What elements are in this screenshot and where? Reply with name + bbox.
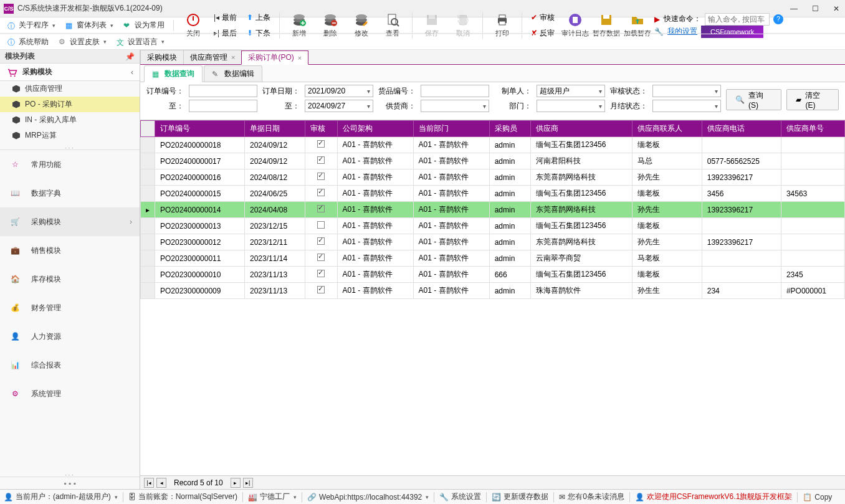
nav-icon: 👤 — [7, 329, 22, 344]
nav-item-6[interactable]: 👤人力资源 — [0, 322, 140, 351]
menu-setlang[interactable]: 文设置语言 — [113, 36, 168, 49]
subtab-query[interactable]: ▦数据查询 — [144, 65, 203, 82]
status-syssetting[interactable]: 🔧 系统设置 — [439, 492, 481, 502]
tb-prev[interactable]: ⬆上条 — [243, 11, 274, 24]
module-title[interactable]: 采购模块 ‹ — [0, 64, 140, 81]
btn-clear[interactable]: ▰清空(E) — [786, 89, 839, 110]
nav-item-3[interactable]: 💼销售模块 — [0, 236, 140, 265]
table-row[interactable]: PO2023000000132023/12/15A01 - 喜鹊软件A01 - … — [141, 218, 845, 234]
menu-formlist[interactable]: ▦窗体列表 — [62, 19, 117, 32]
data-grid[interactable]: 订单编号单据日期审核公司架构当前部门采购员供应商供应商联系人供应商电话供应商单号… — [140, 120, 845, 475]
inp-orderno[interactable] — [189, 85, 257, 97]
lbl-goodsno: 货品编号： — [378, 86, 416, 97]
menu-setskin[interactable]: ⚙设置皮肤 — [55, 36, 110, 49]
svg-rect-18 — [499, 15, 505, 18]
menu-about[interactable]: ⓘ关于程序 — [4, 19, 59, 32]
tree-item-1[interactable]: PO - 采购订单 — [0, 97, 140, 112]
main-area: 采购模块供应商管理×采购订单(PO)× ▦数据查询 ✎数据编辑 订单编号： 订单… — [140, 50, 845, 489]
menu-syshelp[interactable]: ⓘ系统帮助 — [4, 36, 52, 49]
app-logo: C/S — [4, 4, 14, 14]
cube-icon — [12, 132, 20, 140]
maximize-button[interactable]: ☐ — [810, 4, 820, 14]
sel-supplier[interactable] — [421, 100, 489, 112]
sel-dateto[interactable]: 2024/09/27 — [305, 100, 373, 112]
status-welcome: 👤 欢迎使用CSFrameworkV6.1旗舰版开发框架 — [635, 492, 792, 502]
pager-next[interactable]: ▸ — [231, 478, 241, 488]
svg-rect-19 — [499, 21, 505, 25]
table-row[interactable]: PO2024000000152024/06/25A01 - 喜鹊软件A01 - … — [141, 186, 845, 202]
tb-audit[interactable]: ✔审核 — [527, 11, 558, 24]
tree-separator: ··· — [0, 143, 140, 150]
nav-item-8[interactable]: ⚙系统管理 — [0, 379, 140, 408]
nav-item-2[interactable]: 🛒采购模块› — [0, 207, 140, 236]
status-user[interactable]: 👤 当前用户：(admin-超级用户) — [4, 492, 118, 502]
tab-2[interactable]: 采购订单(PO)× — [241, 50, 308, 65]
nav-icon: 💼 — [7, 243, 22, 258]
tb-first[interactable]: |◂最前 — [210, 11, 241, 24]
status-factory[interactable]: 🏭 宁德工厂 — [248, 492, 297, 502]
status-webapi[interactable]: 🔗 WebApi:https://localhost:44392 — [307, 493, 429, 502]
status-account: 🗄 当前账套：Normal(SqlServer) — [128, 492, 237, 502]
table-row[interactable]: PO2023000000102023/11/13A01 - 喜鹊软件A01 - … — [141, 267, 845, 283]
eraser-icon: ▰ — [796, 95, 801, 104]
close-window-button[interactable]: ✕ — [831, 4, 841, 14]
status-refreshcache[interactable]: 🔄 更新缓存数据 — [492, 492, 548, 502]
quick-help-icon[interactable]: ? — [773, 14, 783, 24]
quick-command-input[interactable] — [705, 13, 770, 26]
quick-label: 快速命令： — [664, 14, 701, 24]
table-row[interactable]: PO2023000000122023/12/11A01 - 喜鹊软件A01 - … — [141, 234, 845, 250]
youtube-icon[interactable]: ▶ — [654, 15, 660, 24]
table-row[interactable]: PO2024000000172024/09/12A01 - 喜鹊软件A01 - … — [141, 153, 845, 169]
tab-close-icon[interactable]: × — [231, 54, 235, 61]
inp-orderno-to[interactable] — [189, 100, 257, 112]
nav-icon: ☆ — [7, 157, 22, 172]
status-unread[interactable]: ✉ 您有0条未读消息 — [559, 492, 624, 502]
collapse-icon[interactable]: ‹ — [131, 68, 133, 77]
menu-setcommon[interactable]: ❤设为常用 — [120, 19, 168, 32]
table-row[interactable]: PO2023000000092023/11/13A01 - 喜鹊软件A01 - … — [141, 283, 845, 299]
svg-point-24 — [10, 75, 11, 76]
pager-last[interactable]: ▸| — [243, 478, 253, 488]
tab-strip: 采购模块供应商管理×采购订单(PO)× — [140, 50, 845, 65]
sel-monthstatus[interactable] — [652, 100, 721, 112]
sel-maker[interactable]: 超级用户 — [537, 85, 605, 97]
tree-item-0[interactable]: 供应商管理 — [0, 81, 140, 97]
table-row[interactable]: PO2024000000182024/09/12A01 - 喜鹊软件A01 - … — [141, 137, 845, 153]
tab-close-icon[interactable]: × — [298, 54, 302, 62]
checkbox — [317, 286, 325, 293]
nav-item-1[interactable]: 📖数据字典 — [0, 179, 140, 207]
table-row[interactable]: ▸PO2024000000142024/04/08A01 - 喜鹊软件A01 -… — [141, 202, 845, 218]
tree-item-2[interactable]: IN - 采购入库单 — [0, 112, 140, 128]
svg-rect-1 — [193, 16, 194, 21]
tab-0[interactable]: 采购模块 — [140, 50, 184, 64]
inp-goodsno[interactable] — [421, 85, 489, 97]
sel-datefrom[interactable]: 2021/09/20 — [305, 85, 373, 97]
minimize-button[interactable]: — — [789, 4, 799, 14]
table-row[interactable]: PO2024000000162024/08/12A01 - 喜鹊软件A01 - … — [141, 169, 845, 186]
nav-item-0[interactable]: ☆常用功能 — [0, 150, 140, 179]
tree-item-3[interactable]: MRP运算 — [0, 128, 140, 143]
nav-item-7[interactable]: 📊综合报表 — [0, 351, 140, 379]
sel-dept[interactable] — [537, 100, 605, 112]
cube-icon — [12, 85, 20, 93]
nav-icon: 📊 — [7, 358, 22, 373]
btn-query[interactable]: 🔍查询(S) — [726, 89, 781, 110]
tab-1[interactable]: 供应商管理× — [183, 50, 242, 64]
cube-icon — [12, 116, 20, 124]
table-row[interactable]: PO2023000000112023/11/14A01 - 喜鹊软件A01 - … — [141, 250, 845, 267]
nav-icon: 🏠 — [7, 272, 22, 287]
sidebar-footer-dots[interactable]: ▪ ▪ ▪ — [0, 477, 140, 489]
subtab-edit[interactable]: ✎数据编辑 — [204, 65, 262, 82]
checkbox — [317, 173, 325, 180]
checkbox — [317, 140, 325, 148]
pager-prev[interactable]: ◂ — [156, 478, 166, 488]
status-copy[interactable]: 📋 Copy — [803, 493, 832, 502]
sel-auditstatus[interactable] — [652, 85, 721, 97]
nav-item-4[interactable]: 🏠库存模块 — [0, 265, 140, 293]
svg-point-4 — [294, 14, 305, 19]
pager-first[interactable]: |◂ — [144, 478, 154, 488]
pager: |◂ ◂ Record 5 of 10 ▸ ▸| — [140, 475, 845, 489]
pin-icon[interactable]: 📌 — [125, 52, 135, 61]
nav-item-5[interactable]: 💰财务管理 — [0, 293, 140, 322]
svg-point-25 — [14, 75, 15, 76]
